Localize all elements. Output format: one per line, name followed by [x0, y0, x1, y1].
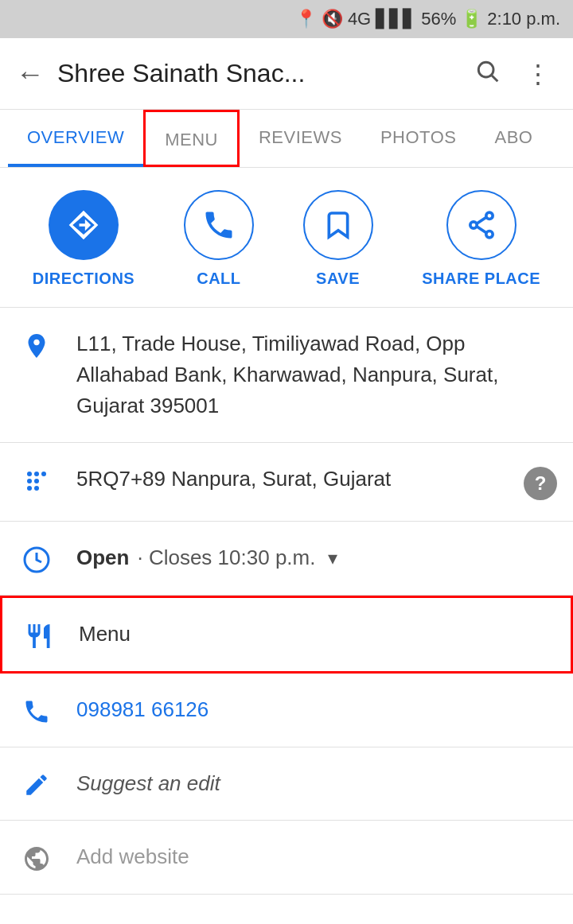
directions-circle — [49, 190, 119, 260]
svg-point-3 — [470, 222, 477, 228]
suggest-edit-row[interactable]: Suggest an edit — [0, 747, 573, 821]
phone-row[interactable]: 098981 66126 — [0, 674, 573, 747]
svg-point-10 — [27, 479, 32, 483]
menu-row[interactable]: Menu — [0, 596, 573, 674]
svg-line-1 — [492, 76, 497, 81]
phone-icon — [16, 694, 57, 726]
search-button[interactable] — [468, 52, 506, 96]
tab-menu[interactable]: MENU — [143, 110, 240, 167]
hours-row[interactable]: Open · Closes 10:30 p.m. ▾ — [0, 522, 573, 596]
share-label: SHARE PLACE — [422, 270, 540, 288]
hours-text: Open · Closes 10:30 p.m. ▾ — [76, 542, 557, 573]
battery-text: 56% — [421, 9, 456, 29]
phone-text: 098981 66126 — [76, 697, 209, 721]
plus-code-row: 5RQ7+89 Nanpura, Surat, Gujarat ? — [0, 443, 573, 522]
grid-icon — [16, 464, 57, 495]
website-row[interactable]: Add website — [0, 821, 573, 895]
clock-icon — [16, 542, 57, 574]
save-label: SAVE — [316, 270, 360, 288]
top-bar: ← Shree Sainath Snac... ⋮ — [0, 38, 573, 110]
tab-reviews[interactable]: REVIEWS — [240, 110, 361, 167]
directions-label: DIRECTIONS — [33, 270, 134, 288]
address-text: L11, Trade House, Timiliyawad Road, Opp … — [76, 332, 498, 417]
tab-overview[interactable]: OVERVIEW — [8, 110, 143, 167]
tabs-bar: OVERVIEW MENU REVIEWS PHOTOS ABO — [0, 110, 573, 168]
mute-icon: 🔇 — [322, 9, 343, 29]
call-circle — [184, 190, 254, 260]
svg-point-12 — [27, 486, 32, 491]
share-circle — [446, 190, 516, 260]
share-action[interactable]: SHARE PLACE — [422, 190, 540, 288]
battery-icon: 🔋 — [461, 9, 482, 29]
open-status: Open — [76, 542, 129, 573]
call-action[interactable]: CALL — [184, 190, 254, 288]
hours-content: Open · Closes 10:30 p.m. ▾ — [76, 542, 557, 573]
save-action[interactable]: SAVE — [303, 190, 373, 288]
svg-point-2 — [486, 212, 493, 219]
svg-line-6 — [477, 227, 486, 233]
suggest-edit-content: Suggest an edit — [76, 768, 557, 799]
time-text: 2:10 p.m. — [487, 9, 560, 29]
phone-content: 098981 66126 — [76, 694, 557, 725]
website-text: Add website — [76, 844, 189, 868]
expand-hours-icon: ▾ — [328, 547, 337, 569]
save-circle — [303, 190, 373, 260]
actions-row: DIRECTIONS CALL SAVE SH — [0, 168, 573, 308]
tab-about[interactable]: ABO — [475, 110, 552, 167]
signal-text: 4G — [348, 9, 371, 29]
location-icon: 📍 — [295, 9, 317, 29]
location-icon — [16, 328, 57, 360]
svg-point-7 — [27, 472, 32, 476]
svg-point-8 — [34, 472, 39, 476]
menu-text: Menu — [79, 622, 131, 646]
menu-content: Menu — [79, 619, 555, 650]
utensils-icon — [18, 619, 60, 650]
help-button[interactable]: ? — [524, 464, 557, 500]
address-content: L11, Trade House, Timiliyawad Road, Opp … — [76, 328, 557, 421]
svg-point-4 — [486, 231, 493, 238]
call-label: CALL — [197, 270, 240, 288]
website-content: Add website — [76, 841, 557, 872]
plus-code-text: 5RQ7+89 Nanpura, Surat, Gujarat — [76, 467, 391, 491]
address-row: L11, Trade House, Timiliyawad Road, Opp … — [0, 308, 573, 443]
directions-action[interactable]: DIRECTIONS — [33, 190, 134, 288]
svg-point-13 — [34, 486, 39, 491]
question-icon: ? — [524, 467, 557, 500]
svg-point-0 — [478, 62, 493, 77]
plus-code-content: 5RQ7+89 Nanpura, Surat, Gujarat — [76, 464, 505, 495]
status-bar: 📍 🔇 4G ▋▋▋ 56% 🔋 2:10 p.m. — [0, 0, 573, 38]
more-options-button[interactable]: ⋮ — [519, 52, 557, 95]
page-title: Shree Sainath Snac... — [57, 59, 455, 88]
closes-text: · Closes 10:30 p.m. — [137, 542, 315, 573]
svg-point-11 — [34, 479, 39, 483]
tab-photos[interactable]: PHOTOS — [361, 110, 476, 167]
svg-point-9 — [41, 472, 46, 476]
pencil-icon — [16, 768, 57, 798]
svg-line-5 — [477, 217, 486, 223]
signal-bars-icon: ▋▋▋ — [376, 9, 416, 29]
globe-icon — [16, 841, 57, 873]
back-button[interactable]: ← — [16, 57, 45, 91]
info-section: L11, Trade House, Timiliyawad Road, Opp … — [0, 308, 573, 895]
suggest-edit-text: Suggest an edit — [76, 771, 220, 795]
